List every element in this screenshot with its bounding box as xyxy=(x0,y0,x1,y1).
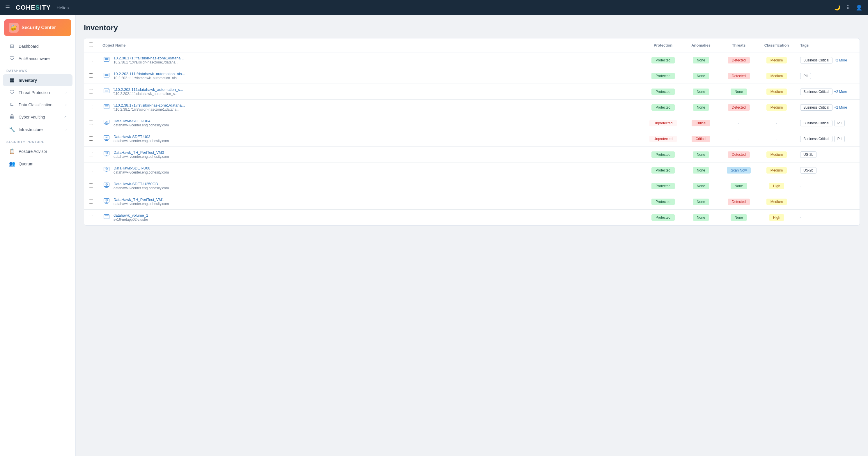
sidebar-item-antiransomware[interactable]: 🛡 AntiRansomware xyxy=(3,53,72,64)
object-primary-name[interactable]: DataHawk-SDET-U250GB xyxy=(114,182,169,186)
col-header-classification: Classification xyxy=(758,38,796,52)
table-row: DataHawk_TH_PerfTest_VM1 datahawk-vcente… xyxy=(84,194,860,210)
nas-icon xyxy=(103,213,110,221)
sidebar-item-data-classification[interactable]: 🗂 Data Classification › xyxy=(3,99,72,111)
tag-more[interactable]: +2 More xyxy=(834,105,847,110)
sidebar-item-quorum[interactable]: 👥 Quorum xyxy=(3,158,72,170)
row-checkbox[interactable] xyxy=(89,121,93,125)
row-checkbox-cell xyxy=(84,162,98,178)
row-checkbox[interactable] xyxy=(89,168,93,172)
anomalies-badge: Critical xyxy=(692,120,711,126)
threats-badge[interactable]: Scan Now xyxy=(727,167,751,174)
tag-more[interactable]: +2 More xyxy=(834,90,847,94)
classification-badge: Medium xyxy=(767,89,787,95)
svg-point-3 xyxy=(108,58,108,59)
anomalies-cell: None xyxy=(682,52,720,68)
threat-protection-icon: 🛡 xyxy=(9,90,15,95)
row-checkbox[interactable] xyxy=(89,183,93,188)
svg-rect-14 xyxy=(105,107,108,107)
object-secondary-name: 10.2.38.171:/ifs/isilon-nas-zone1/dataha… xyxy=(114,60,184,64)
object-primary-name[interactable]: \\10.2.38.171\ifs\isilon-nas-zone1\datah… xyxy=(114,103,185,108)
object-primary-name[interactable]: DataHawk_TH_PerfTest_VM1 xyxy=(114,197,169,202)
object-primary-name[interactable]: DataHawk-SDET-U04 xyxy=(114,119,169,123)
object-secondary-name: datahawk-vcenter.eng.cohesity.com xyxy=(114,139,169,143)
infrastructure-icon: 🔧 xyxy=(9,126,15,132)
inventory-table: Object Name Protection Anomalies Threats xyxy=(84,38,860,225)
object-primary-name[interactable]: DataHawk_TH_PerfTest_VM3 xyxy=(114,150,169,155)
sidebar-item-infrastructure[interactable]: 🔧 Infrastructure › xyxy=(3,123,72,135)
sidebar-item-cyber-vaulting[interactable]: 🏛 Cyber Vaulting ↗ xyxy=(3,111,72,123)
object-primary-name[interactable]: 10.2.38.171:/ifs/isilon-nas-zone1/dataha… xyxy=(114,56,184,60)
svg-rect-10 xyxy=(105,91,108,91)
threats-badge: None xyxy=(731,89,747,95)
row-checkbox[interactable] xyxy=(89,152,93,156)
tags-cell: Business Critical+2 More xyxy=(796,52,860,68)
svg-point-7 xyxy=(108,74,108,74)
inventory-icon: ▦ xyxy=(9,77,15,83)
table-row: 10.2.38.171:/ifs/isilon-nas-zone1/dataha… xyxy=(84,52,860,68)
classification-badge: Medium xyxy=(767,73,787,79)
row-checkbox-cell xyxy=(84,115,98,131)
tag-dash: - xyxy=(800,200,801,204)
object-secondary-name: \\10.2.202.111\datahawk_automation_s... xyxy=(114,92,183,96)
object-name-cell: datahawk_volume_1 sv16-netapp02-cluster xyxy=(98,210,644,225)
table-body: 10.2.38.171:/ifs/isilon-nas-zone1/dataha… xyxy=(84,52,860,225)
svg-rect-26 xyxy=(105,217,108,217)
protection-badge: Protected xyxy=(651,73,675,79)
data-classification-label: Data Classification xyxy=(19,102,52,107)
page-title: Inventory xyxy=(84,23,860,32)
sidebar-item-dashboard[interactable]: ⊞ Dashboard xyxy=(3,40,72,52)
anomalies-cell: None xyxy=(682,68,720,84)
row-checkbox[interactable] xyxy=(89,73,93,78)
row-checkbox[interactable] xyxy=(89,199,93,204)
row-checkbox[interactable] xyxy=(89,136,93,141)
classification-cell: High xyxy=(758,178,796,194)
protection-badge: Protected xyxy=(651,104,675,111)
section-datahawk: DATAHAWK xyxy=(0,65,75,74)
object-primary-name[interactable]: 10.2.202.111:/datahawk_automation_nfs... xyxy=(114,72,185,76)
tag-more[interactable]: +2 More xyxy=(834,58,847,62)
protection-cell: Protected xyxy=(644,194,682,210)
protection-badge: Protected xyxy=(651,89,675,95)
threats-badge: - xyxy=(734,136,743,142)
grid-icon[interactable]: ⠿ xyxy=(846,4,850,11)
table-row: \\10.2.38.171\ifs\isilon-nas-zone1\datah… xyxy=(84,99,860,115)
object-primary-name[interactable]: \\10.2.202.111\datahawk_automation_s... xyxy=(114,87,183,92)
table-row: \\10.2.202.111\datahawk_automation_s... … xyxy=(84,84,860,99)
object-primary-name[interactable]: DataHawk-SDET-U08 xyxy=(114,166,169,170)
tag-badge: Business Critical xyxy=(800,104,833,111)
antiransomware-icon: 🛡 xyxy=(9,56,15,61)
col-header-threats: Threats xyxy=(720,38,758,52)
moon-icon[interactable]: 🌙 xyxy=(834,4,840,11)
menu-icon[interactable]: ☰ xyxy=(5,4,10,11)
row-checkbox-cell xyxy=(84,178,98,194)
row-checkbox[interactable] xyxy=(89,58,93,62)
brand: ☰ COHESITY Helios xyxy=(5,4,69,11)
tags-cell: Business CriticalPII xyxy=(796,131,860,147)
protection-badge: Unprotected xyxy=(649,136,677,142)
select-all-checkbox[interactable] xyxy=(89,42,93,47)
row-checkbox[interactable] xyxy=(89,105,93,109)
chevron-right-icon: › xyxy=(65,91,67,95)
anomalies-cell: None xyxy=(682,99,720,115)
table-row: DataHawk_TH_PerfTest_VM3 datahawk-vcente… xyxy=(84,147,860,162)
row-checkbox-cell xyxy=(84,84,98,99)
classification-badge: - xyxy=(772,136,781,142)
object-secondary-name: datahawk-vcenter.eng.cohesity.com xyxy=(114,170,169,175)
user-icon[interactable]: 👤 xyxy=(856,4,862,11)
infrastructure-label: Infrastructure xyxy=(19,127,42,132)
object-primary-name[interactable]: DataHawk-SDET-U03 xyxy=(114,134,169,139)
object-primary-name[interactable]: datahawk_volume_1 xyxy=(114,213,148,217)
table-row: DataHawk-SDET-U250GB datahawk-vcenter.en… xyxy=(84,178,860,194)
object-name-cell: DataHawk-SDET-U250GB datahawk-vcenter.en… xyxy=(98,178,644,194)
anomalies-cell: Critical xyxy=(682,131,720,147)
sidebar-active-security-center[interactable]: 🔐 Security Center xyxy=(4,19,71,36)
sidebar-item-threat-protection[interactable]: 🛡 Threat Protection › xyxy=(3,87,72,98)
sidebar-item-inventory[interactable]: ▦ Inventory xyxy=(3,74,72,86)
object-name-cell: DataHawk_TH_PerfTest_VM3 datahawk-vcente… xyxy=(98,147,644,162)
row-checkbox[interactable] xyxy=(89,89,93,93)
vm-icon: VM xyxy=(103,119,110,127)
sidebar-item-posture-advisor[interactable]: 📋 Posture Advisor xyxy=(3,145,72,157)
anomalies-badge: None xyxy=(693,199,709,205)
row-checkbox[interactable] xyxy=(89,215,93,219)
